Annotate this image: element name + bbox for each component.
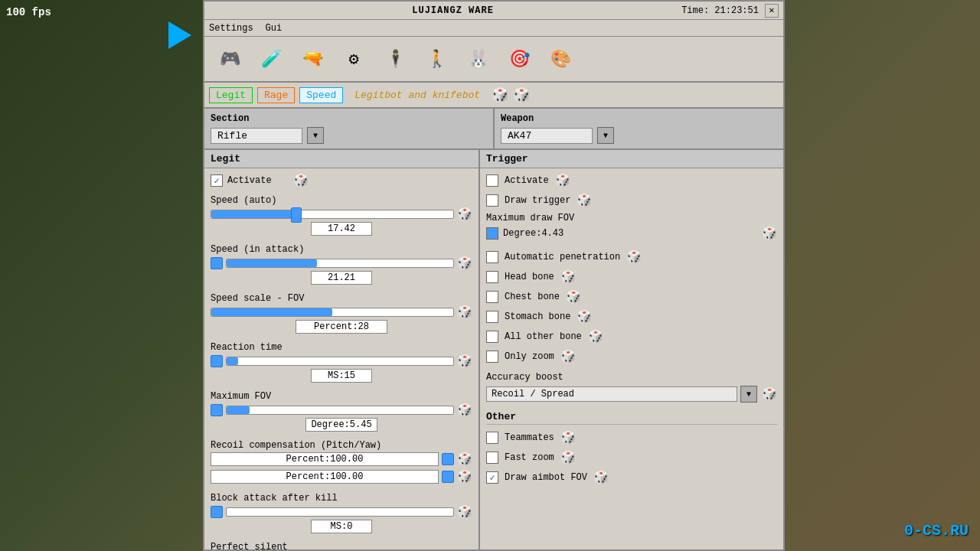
- reaction-track[interactable]: [226, 357, 454, 366]
- block-attack-thumb[interactable]: [211, 506, 223, 518]
- teammates-config-icon[interactable]: 🎲: [560, 430, 576, 445]
- speed-attack-track[interactable]: [226, 259, 454, 268]
- menu-gui[interactable]: Gui: [266, 23, 283, 34]
- trigger-activate-checkbox[interactable]: [486, 174, 498, 187]
- weapon-select: AK47 ▼: [501, 127, 777, 144]
- fast-zoom-config-icon[interactable]: 🎲: [560, 450, 576, 465]
- reaction-thumb[interactable]: [211, 355, 223, 367]
- block-attack-label: Block attack after kill: [211, 493, 338, 504]
- tab-icon-2[interactable]: 🎲: [513, 86, 530, 103]
- speed-scale-label: Speed scale - FOV: [211, 293, 304, 304]
- recoil-yaw-thumb[interactable]: [442, 471, 454, 483]
- max-fov-config-icon[interactable]: 🎲: [457, 403, 472, 418]
- trigger-controls: Activate 🎲 Draw trigger 🎲 Maximum draw F…: [480, 168, 783, 549]
- legit-activate-checkbox[interactable]: [211, 174, 223, 187]
- speed-attack-thumb[interactable]: [211, 257, 223, 269]
- max-fov-slider-row: 🎲: [211, 403, 472, 418]
- stomach-bone-label: Stomach bone: [505, 311, 570, 322]
- head-bone-config-icon[interactable]: 🎲: [560, 269, 576, 285]
- toolbar-icon-aim[interactable]: 🎯: [500, 40, 538, 78]
- chest-bone-row: Chest bone 🎲: [486, 289, 777, 305]
- max-fov-track[interactable]: [226, 406, 454, 415]
- all-other-bone-config-icon[interactable]: 🎲: [588, 329, 603, 344]
- stomach-bone-config-icon[interactable]: 🎲: [577, 309, 592, 324]
- weapon-label: Weapon: [501, 113, 777, 124]
- speed-attack-config-icon[interactable]: 🎲: [457, 256, 472, 271]
- tab-speed[interactable]: Speed: [299, 87, 343, 103]
- tab-legitbot[interactable]: Legitbot and knifebot: [348, 87, 487, 103]
- max-draw-fov-value: Degree:4.43: [503, 228, 757, 239]
- speed-scale-track[interactable]: [211, 308, 454, 317]
- toolbar-icon-flask[interactable]: 🧪: [252, 40, 290, 78]
- only-zoom-config-icon[interactable]: 🎲: [560, 349, 576, 364]
- section-dropdown-arrow[interactable]: ▼: [307, 127, 324, 144]
- trigger-activate-config-icon[interactable]: 🎲: [555, 173, 570, 188]
- max-draw-fov-checkbox[interactable]: [486, 227, 498, 240]
- accuracy-config-icon[interactable]: 🎲: [762, 386, 777, 402]
- tab-rage[interactable]: Rage: [257, 87, 295, 103]
- draw-trigger-checkbox[interactable]: [486, 194, 498, 207]
- speed-scale-value: Percent:28: [296, 320, 387, 334]
- block-attack-value: MS:0: [311, 520, 372, 533]
- block-attack-track[interactable]: [226, 507, 454, 517]
- weapon-dropdown-arrow[interactable]: ▼: [597, 127, 614, 144]
- recoil-yaw-config-icon[interactable]: 🎲: [457, 469, 472, 484]
- draw-trigger-config-icon[interactable]: 🎲: [577, 193, 592, 208]
- chest-bone-config-icon[interactable]: 🎲: [566, 289, 581, 305]
- recoil-label: Recoil compensation (Pitch/Yaw): [211, 440, 381, 451]
- window-title: LUJIANGZ WARE: [412, 5, 494, 16]
- toolbar-icon-color[interactable]: 🎨: [541, 40, 580, 78]
- max-fov-thumb[interactable]: [211, 404, 223, 416]
- only-zoom-row: Only zoom 🎲: [486, 349, 777, 364]
- head-bone-checkbox[interactable]: [486, 271, 498, 283]
- tab-icon-1[interactable]: 🎲: [492, 86, 508, 103]
- fast-zoom-label: Fast zoom: [505, 452, 554, 463]
- block-attack-config-icon[interactable]: 🎲: [457, 504, 472, 520]
- weapon-dropdown-cell: Weapon AK47 ▼: [495, 109, 783, 148]
- recoil-pitch-config-icon[interactable]: 🎲: [457, 452, 472, 467]
- reaction-slider-row: 🎲: [211, 354, 472, 369]
- teammates-checkbox[interactable]: [486, 432, 498, 444]
- stomach-bone-checkbox[interactable]: [486, 311, 498, 323]
- legit-activate-config-icon[interactable]: 🎲: [293, 173, 309, 188]
- trigger-activate-label: Activate: [505, 175, 549, 186]
- accuracy-dropdown-arrow[interactable]: ▼: [740, 386, 757, 403]
- other-section-title: Other: [486, 408, 777, 425]
- max-draw-fov-config-icon[interactable]: 🎲: [762, 226, 777, 241]
- toolbar-icon-player[interactable]: 🕴️: [376, 40, 414, 78]
- fast-zoom-checkbox[interactable]: [486, 452, 498, 464]
- speed-attack-value: 21.21: [311, 271, 372, 285]
- auto-penetration-config-icon[interactable]: 🎲: [626, 249, 642, 265]
- title-bar-right: Time: 21:23:51 ✕: [681, 4, 779, 18]
- flask-icon: 🧪: [261, 49, 282, 70]
- chest-bone-checkbox[interactable]: [486, 291, 498, 303]
- speed-auto-config-icon[interactable]: 🎲: [457, 207, 472, 222]
- head-bone-label: Head bone: [505, 272, 554, 282]
- toolbar-icon-gear[interactable]: ⚙️: [335, 40, 373, 78]
- auto-penetration-checkbox[interactable]: [486, 251, 498, 263]
- menu-settings[interactable]: Settings: [209, 23, 253, 34]
- draw-aimbot-fov-row: Draw aimbot FOV 🎲: [486, 470, 777, 485]
- close-button[interactable]: ✕: [765, 4, 779, 18]
- trigger-section-header: Trigger: [480, 150, 783, 168]
- tab-legit[interactable]: Legit: [209, 87, 253, 103]
- draw-aimbot-fov-checkbox[interactable]: [486, 471, 498, 484]
- draw-aimbot-fov-config-icon[interactable]: 🎲: [593, 470, 609, 485]
- toolbar-icon-gun[interactable]: 🔫: [293, 40, 332, 78]
- speed-auto-thumb[interactable]: [291, 207, 302, 223]
- toolbar-icon-walk[interactable]: 🚶: [417, 40, 456, 78]
- speed-attack-slider-row: 🎲: [211, 256, 472, 271]
- speed-scale-config-icon[interactable]: 🎲: [457, 305, 472, 320]
- recoil-group: Recoil compensation (Pitch/Yaw) Percent:…: [211, 438, 472, 484]
- reaction-config-icon[interactable]: 🎲: [457, 354, 472, 369]
- accuracy-boost-label: Accuracy boost: [486, 372, 777, 383]
- recoil-pitch-thumb[interactable]: [442, 453, 454, 465]
- speed-auto-track[interactable]: [211, 210, 454, 219]
- perfect-silent-group: Perfect silent: [211, 540, 472, 549]
- toolbar-icon-rabbit[interactable]: 🐰: [459, 40, 497, 78]
- weapon-value: AK47: [501, 128, 593, 144]
- toolbar-icon-gamepad[interactable]: 🎮: [211, 40, 249, 78]
- chest-bone-label: Chest bone: [505, 292, 560, 302]
- only-zoom-checkbox[interactable]: [486, 350, 498, 363]
- all-other-bone-checkbox[interactable]: [486, 331, 498, 343]
